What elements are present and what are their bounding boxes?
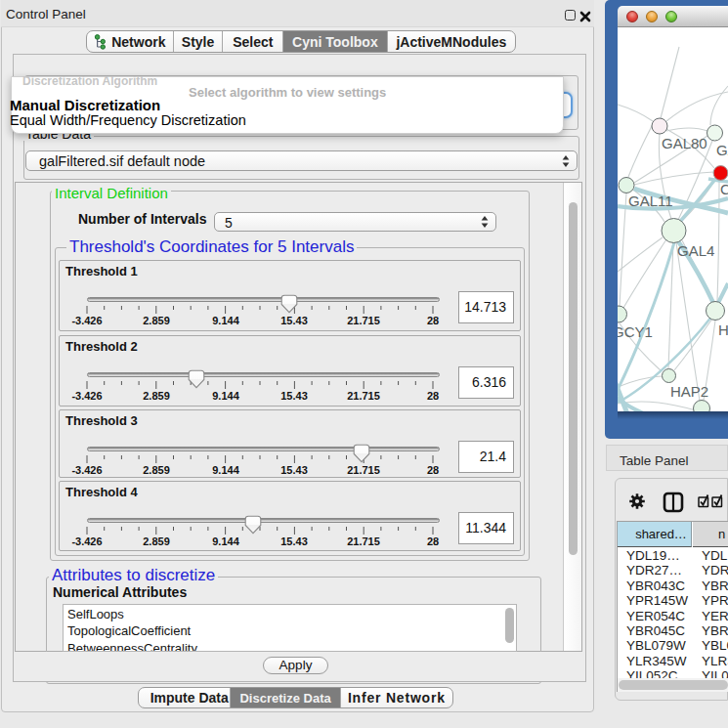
svg-text:H: H	[718, 321, 728, 338]
svg-text:GA: GA	[716, 142, 728, 158]
svg-text:GAL4: GAL4	[677, 242, 714, 259]
svg-text:GAL11: GAL11	[628, 193, 673, 209]
svg-text:GCY1: GCY1	[618, 323, 653, 340]
svg-text:GAL80: GAL80	[662, 135, 707, 151]
svg-text:HAP2: HAP2	[670, 383, 708, 400]
svg-text:C: C	[720, 181, 728, 197]
